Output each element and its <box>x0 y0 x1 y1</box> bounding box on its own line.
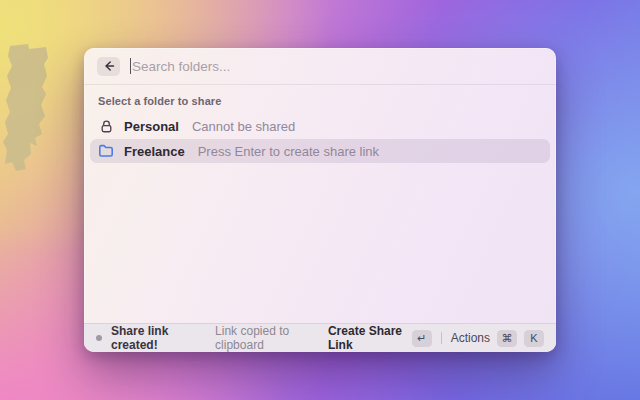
toast-dot-icon <box>96 335 102 341</box>
share-folder-panel: Select a folder to share Personal Cannot… <box>84 48 556 352</box>
folder-list: Select a folder to share Personal Cannot… <box>84 85 556 323</box>
list-item-label: Personal <box>124 119 179 134</box>
lock-icon <box>98 118 114 134</box>
divider <box>441 332 442 344</box>
k-key-icon[interactable]: K <box>524 330 544 347</box>
search-area <box>130 58 543 74</box>
footer-bar: Share link created! Link copied to clipb… <box>84 323 556 352</box>
search-bar <box>84 48 556 85</box>
search-input[interactable] <box>132 59 543 74</box>
list-item-freelance[interactable]: Freelance Press Enter to create share li… <box>90 139 550 163</box>
list-item-personal[interactable]: Personal Cannot be shared <box>90 114 550 138</box>
toast-subtitle: Link copied to clipboard <box>215 324 328 352</box>
list-item-subtitle: Press Enter to create share link <box>198 144 379 159</box>
back-button[interactable] <box>97 57 120 76</box>
list-item-label: Freelance <box>124 144 185 159</box>
text-caret <box>130 58 131 74</box>
list-item-subtitle: Cannot be shared <box>192 119 295 134</box>
command-key-icon[interactable]: ⌘ <box>497 330 517 347</box>
wallpaper-blob <box>2 42 64 172</box>
create-share-link-button[interactable]: Create Share Link <box>328 324 405 352</box>
section-header: Select a folder to share <box>98 95 542 107</box>
return-key-icon[interactable]: ↵ <box>412 330 432 347</box>
footer-actions: Create Share Link ↵ Actions ⌘ K <box>328 324 544 352</box>
arrow-left-icon <box>103 60 115 72</box>
toast-title: Share link created! <box>111 324 207 352</box>
folder-icon <box>98 143 114 159</box>
actions-button[interactable]: Actions <box>451 331 490 345</box>
